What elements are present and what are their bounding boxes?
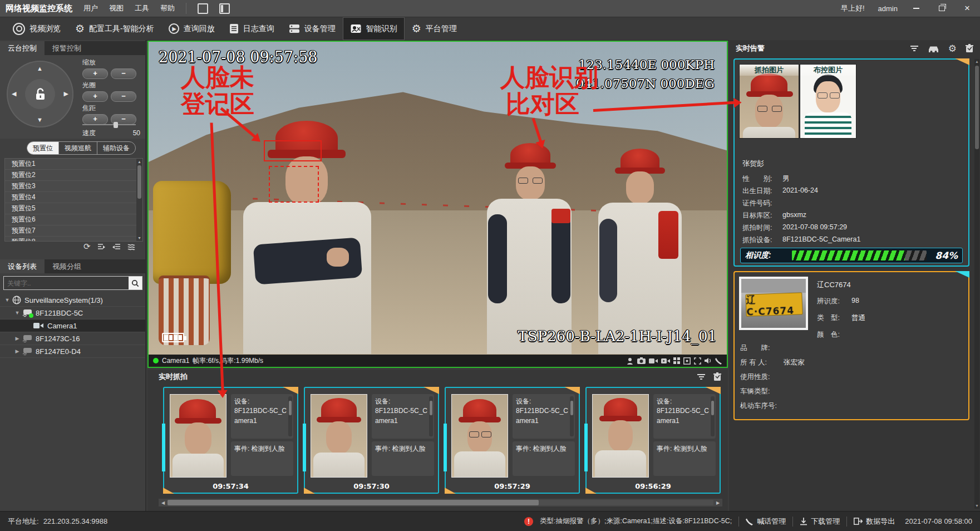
scroll-thumb[interactable] [168,500,539,505]
preset-more-icon[interactable] [127,243,136,250]
zoom-plus-button[interactable]: + [82,68,108,79]
collapse-icon[interactable]: ▼ [3,297,11,303]
ptz-down-icon[interactable]: ▼ [37,116,43,123]
audio-icon[interactable] [705,357,712,364]
tab-device-list[interactable]: 设备列表 [0,259,45,273]
preset-item[interactable]: 预置位5 [5,203,142,214]
tab-video-group[interactable]: 视频分组 [45,259,89,273]
tree-node-camera-selected[interactable]: Camera1 [0,319,145,332]
alert-settings-icon[interactable]: ⚙ [948,44,957,53]
info-scrollbar[interactable] [429,396,433,436]
vehicle-alert-card[interactable]: 辽C·C7674 辽CC7674 辨识度:98 类 型:普通 颜 色: 品 牌:… [733,271,969,420]
preset-item[interactable]: 预置位8 [5,237,142,242]
restore-button[interactable] [934,3,949,14]
snapshot-icon[interactable] [637,357,646,364]
info-scrollbar[interactable] [711,396,715,436]
collapse-icon[interactable]: ▼ [13,310,21,316]
data-export-button[interactable]: 数据导出 [854,517,895,527]
scroll-up-icon[interactable]: ▲ [974,59,979,65]
split-layout-icon[interactable] [219,3,230,14]
tree-node-device-offline[interactable]: ▶ 8F1247E0-D4 [0,345,145,358]
vehicle-alert-icon[interactable] [928,45,939,53]
scroll-down-icon[interactable]: ▼ [974,503,979,509]
search-icon[interactable] [129,277,142,289]
search-input[interactable] [4,279,129,287]
nav-video-browse[interactable]: 视频浏览 [6,17,68,40]
talkback-icon[interactable] [715,357,722,365]
live-video-tile[interactable]: 2021-07-08 09:57:58 123.15440E 000KPH 04… [147,41,728,368]
face-alert-card[interactable]: 抓拍图片 布控图片 张贺彭 性 别:男 出生日期:2021-06-24 证件号码… [733,58,969,267]
instant-playback-icon[interactable] [661,358,670,364]
call-preset-icon[interactable] [97,243,106,250]
tree-node-device-offline[interactable]: ▶ 8F12473C-16 [0,332,145,345]
digital-zoom-icon[interactable] [683,357,691,365]
nav-smart-recognition[interactable]: 智能识别 [343,17,405,40]
ptz-lock-button[interactable] [25,79,55,109]
tab-ptz-control[interactable]: 云台控制 [0,41,45,55]
download-manage-button[interactable]: 下载管理 [800,517,840,527]
nav-config-analysis[interactable]: ⚙ 配置工具-智能分析 [68,17,161,40]
menu-tools[interactable]: 工具 [135,3,149,13]
iris-minus-button[interactable]: − [111,91,136,102]
ptz-up-icon[interactable]: ▲ [37,65,43,72]
tab-presets[interactable]: 预置位 [27,142,58,154]
preset-actions: ⟳ [83,242,136,252]
slider-thumb[interactable] [114,122,118,128]
iris-plus-button[interactable]: + [82,91,108,102]
clear-snapshots-icon[interactable] [713,372,721,381]
nav-playback[interactable]: ▶ 查询回放 [161,17,222,40]
nav-log-query[interactable]: 日志查询 [222,17,282,40]
alert-scrollbar[interactable]: ▲ ▼ [974,59,979,509]
nav-platform-manage[interactable]: ⚙ 平台管理 [405,17,464,40]
preset-item[interactable]: 预置位2 [5,170,142,181]
scroll-left-icon[interactable]: ◀ [159,500,168,505]
scroll-down-icon[interactable]: ▼ [136,235,142,241]
tab-video-cruise[interactable]: 视频巡航 [58,142,97,154]
preset-item[interactable]: 预置位3 [5,181,142,192]
speed-slider[interactable] [82,122,136,127]
snapshot-card[interactable]: 设备: 8F121BDC-5C_Camera1 事件: 检测到人脸 09:57:… [304,387,439,494]
clear-alerts-icon[interactable] [966,44,973,53]
minimize-button[interactable] [909,3,923,14]
scroll-right-icon[interactable]: ▶ [713,500,722,505]
snapshot-card[interactable]: 设备: 8F121BDC-5C_Camera1 事件: 检测到人脸 09:57:… [445,387,580,494]
menu-view[interactable]: 视图 [109,3,124,13]
single-layout-icon[interactable] [198,3,208,14]
broadcast-manage-button[interactable]: 喊话管理 [746,517,786,527]
preset-item[interactable]: 预置位1 [5,159,142,170]
snapshot-scrollbar[interactable]: ◀ ▶ [159,499,722,507]
zoom-minus-button[interactable]: − [111,68,136,79]
webcam-icon [13,23,25,35]
menu-help[interactable]: 帮助 [160,3,175,13]
tab-alarm-control[interactable]: 报警控制 [45,41,89,55]
person-capture-icon[interactable] [627,357,634,365]
snapshot-card[interactable]: 设备: 8F121BDC-5C_Camera1 事件: 检测到人脸 09:56:… [585,387,721,494]
tab-aux-device[interactable]: 辅助设备 [97,142,135,154]
info-scrollbar[interactable] [288,396,292,436]
split-view-icon[interactable] [673,357,680,364]
filter-icon[interactable] [697,373,706,381]
ptz-right-icon[interactable]: ▶ [64,90,68,97]
ptz-pad[interactable]: ▲ ▼ ◀ ▶ [7,61,73,127]
scroll-up-icon[interactable]: ▲ [136,159,142,165]
face-detection-box [269,166,319,203]
nav-device-manage[interactable]: 设备管理 [282,17,343,40]
record-icon[interactable] [649,358,658,364]
preset-scrollbar[interactable]: ▲ ▼ [136,159,142,241]
refresh-preset-icon[interactable]: ⟳ [83,242,91,252]
menu-user[interactable]: 用户 [83,3,98,13]
close-button[interactable]: × [960,3,974,14]
expand-icon[interactable]: ▶ [13,348,21,354]
preset-item[interactable]: 预置位4 [5,192,142,203]
alert-filter-icon[interactable] [910,45,919,52]
fit-window-icon[interactable] [694,357,701,365]
info-scrollbar[interactable] [570,396,574,436]
expand-icon[interactable]: ▶ [13,336,21,341]
tree-node-device-online[interactable]: ▼ 8F121BDC-5C [0,307,145,319]
snapshot-card[interactable]: 设备: 8F121BDC-5C_Camera1 事件: 检测到人脸 09:57:… [163,387,298,494]
tree-node-root[interactable]: ▼ SurveillanceSystem(1/3) [0,294,145,307]
preset-item[interactable]: 预置位6 [5,214,142,225]
set-preset-icon[interactable] [112,243,121,250]
preset-item[interactable]: 预置位7 [5,225,142,237]
ptz-left-icon[interactable]: ◀ [12,90,16,97]
